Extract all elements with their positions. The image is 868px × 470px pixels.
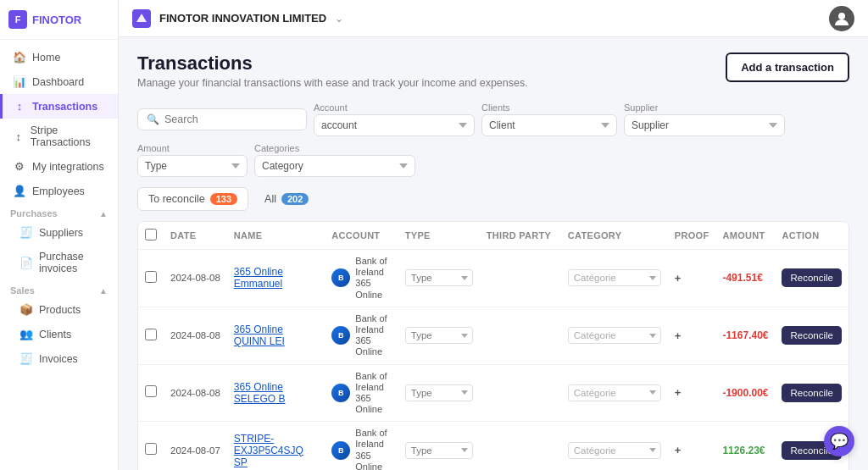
sidebar-item-suppliers[interactable]: 🧾 Suppliers [7, 220, 118, 245]
clients-select[interactable]: Client [481, 114, 617, 136]
category-select-3[interactable]: Catégorie [568, 442, 661, 459]
supplier-filter: Supplier Supplier [624, 102, 785, 136]
row-proof-2[interactable]: + [668, 364, 716, 422]
col-type: TYPE [398, 222, 480, 250]
category-select-1[interactable]: Catégorie [568, 327, 661, 344]
main: FINOTOR INNOVATION LIMITED ⌄ Transaction… [119, 0, 868, 470]
row-proof-1[interactable]: + [668, 307, 716, 364]
table-row: 2024-08-08 365 Online Emmanuel B Bank of… [138, 250, 849, 307]
logo-icon: F [8, 10, 27, 29]
amount-select[interactable]: Type [137, 155, 248, 177]
reconcile-button-2[interactable]: Reconcile [782, 384, 842, 402]
row-category-3[interactable]: Catégorie [561, 422, 668, 470]
sidebar-item-invoices[interactable]: 🧾 Invoices [7, 346, 118, 371]
bank-name-0: Bank of Ireland 365 Online [355, 256, 392, 301]
supplier-select[interactable]: Supplier [624, 114, 785, 136]
sidebar-item-dashboard[interactable]: 📊 Dashboard [0, 69, 118, 94]
row-checkbox-1[interactable] [145, 329, 157, 340]
row-category-0[interactable]: Catégorie [561, 250, 668, 307]
page-title-block: Transactions Manage your financial trans… [137, 53, 528, 89]
row-action-2[interactable]: Reconcile [775, 364, 849, 422]
table-header: DATE NAME ACCOUNT TYPE THIRD PARTY CATEG… [138, 222, 849, 250]
row-name-3[interactable]: STRIPE-EXJ3P5C4SJQ SP [227, 422, 325, 470]
user-avatar[interactable] [829, 6, 854, 31]
row-date-3: 2024-08-07 [164, 422, 227, 470]
sidebar-item-clients[interactable]: 👥 Clients [7, 322, 118, 346]
row-proof-3[interactable]: + [668, 422, 716, 470]
account-filter: Account account [314, 102, 475, 136]
search-icon: 🔍 [147, 113, 159, 125]
sales-arrow: ▲ [99, 286, 108, 296]
filters: 🔍 Account account Clients Client Sup [137, 102, 849, 177]
row-type-3[interactable]: Type Client Supplier [398, 422, 480, 470]
table: DATE NAME ACCOUNT TYPE THIRD PARTY CATEG… [138, 222, 849, 470]
type-select-3[interactable]: Type Client Supplier [405, 442, 473, 459]
add-transaction-button[interactable]: Add a transaction [726, 53, 849, 82]
categories-select[interactable]: Category [254, 155, 415, 177]
tab-all[interactable]: All 202 [253, 187, 320, 211]
row-checkbox-3[interactable] [145, 443, 157, 455]
row-name-0[interactable]: 365 Online Emmanuel [227, 250, 325, 307]
page-subtitle: Manage your financial transactions with … [137, 77, 528, 89]
reconcile-button-0[interactable]: Reconcile [782, 268, 842, 287]
select-all-checkbox[interactable] [145, 229, 157, 241]
company-logo [132, 9, 151, 28]
sales-section: Sales ▲ [0, 280, 118, 297]
type-select-1[interactable]: Type Client Supplier [405, 327, 473, 344]
sidebar-item-integrations[interactable]: ⚙ My integrations [0, 154, 118, 179]
row-checkbox-2[interactable] [145, 385, 157, 397]
amount-filter: Amount Type [137, 143, 248, 177]
search-input[interactable] [164, 113, 298, 125]
row-checkbox-0[interactable] [145, 271, 157, 283]
integrations-icon: ⚙ [13, 160, 26, 173]
row-type-0[interactable]: Type Client Supplier [398, 250, 480, 307]
sidebar-item-products[interactable]: 📦 Products [7, 297, 118, 322]
categories-filter: Categories Category [254, 143, 415, 177]
row-type-1[interactable]: Type Client Supplier [398, 307, 480, 364]
type-select-2[interactable]: Type Client Supplier [405, 384, 473, 401]
row-date-1: 2024-08-08 [164, 307, 227, 364]
row-proof-0[interactable]: + [668, 250, 716, 307]
type-select-0[interactable]: Type Client Supplier [405, 269, 473, 286]
row-third-party-2[interactable] [480, 364, 561, 422]
row-category-2[interactable]: Catégorie [561, 364, 668, 422]
table-row: 2024-08-08 365 Online SELEGO B B Bank of… [138, 364, 849, 422]
row-third-party-1[interactable] [480, 307, 561, 364]
page-header: Transactions Manage your financial trans… [137, 53, 849, 89]
all-tab-label: All [264, 193, 276, 205]
sidebar-item-transactions[interactable]: ↕ Transactions [0, 94, 118, 119]
row-account-1: B Bank of Ireland 365 Online [325, 307, 398, 364]
suppliers-icon: 🧾 [19, 226, 33, 239]
row-name-1[interactable]: 365 Online QUINN LEI [227, 307, 325, 364]
account-select[interactable]: account [314, 114, 475, 136]
stripe-icon: ↕ [13, 130, 25, 143]
reconcile-button-1[interactable]: Reconcile [782, 326, 842, 345]
sidebar-item-label: Products [39, 304, 81, 316]
category-select-2[interactable]: Catégorie [568, 384, 661, 401]
company-dropdown-arrow[interactable]: ⌄ [335, 13, 343, 25]
row-third-party-3[interactable] [480, 422, 561, 470]
svg-point-1 [838, 13, 845, 19]
sidebar-item-home[interactable]: 🏠 Home [0, 45, 118, 69]
sidebar-item-purchase-invoices[interactable]: 📄 Purchase invoices [7, 245, 118, 280]
sidebar-item-employees[interactable]: 👤 Employees [0, 179, 118, 203]
tab-to-reconcile[interactable]: To reconcile 133 [137, 187, 248, 211]
sidebar-item-label: My integrations [32, 161, 104, 173]
row-type-2[interactable]: Type Client Supplier [398, 364, 480, 422]
bank-name-3: Bank of Ireland 365 Online [355, 428, 392, 470]
search-box[interactable]: 🔍 [137, 108, 307, 130]
row-category-1[interactable]: Catégorie [561, 307, 668, 364]
row-name-2[interactable]: 365 Online SELEGO B [227, 364, 325, 422]
row-third-party-0[interactable] [480, 250, 561, 307]
row-action-0[interactable]: Reconcile [775, 250, 849, 307]
col-date: DATE [164, 222, 227, 250]
purchases-section: Purchases ▲ [0, 203, 118, 220]
sidebar-item-stripe[interactable]: ↕ Stripe Transactions [0, 119, 118, 154]
chat-bubble[interactable]: 💬 [824, 426, 854, 456]
reconcile-badge: 133 [210, 193, 237, 205]
row-action-1[interactable]: Reconcile [775, 307, 849, 364]
transactions-table: DATE NAME ACCOUNT TYPE THIRD PARTY CATEG… [137, 221, 849, 470]
category-select-0[interactable]: Catégorie [568, 269, 661, 286]
col-account: ACCOUNT [325, 222, 398, 250]
row-amount-2: -1900.00€ [715, 364, 775, 422]
